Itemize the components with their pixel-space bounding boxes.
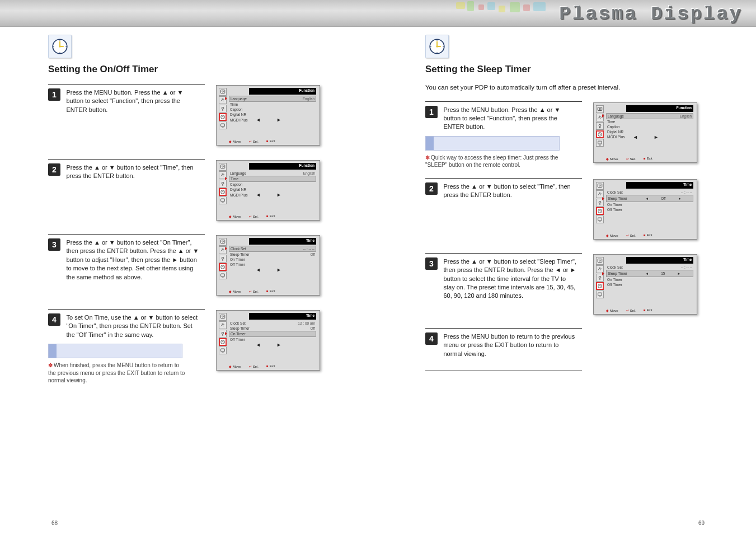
svg-point-20 (222, 257, 224, 259)
left-arrow-icon: ◄ (645, 271, 649, 275)
osd-footer-hint: ◆Move (229, 364, 241, 368)
osd-tab-column (596, 105, 604, 147)
osd-row-label: Language (231, 97, 247, 101)
osd-menu: Clock Set-- : -- --Sleep TimerOffOn Time… (229, 246, 316, 268)
osd-row-label: Language (230, 171, 246, 175)
osd-footer-hint: ◆Move (229, 214, 241, 218)
osd-menu-row: Caption (229, 182, 316, 187)
osd-menu-row: Clock Set-- : -- -- (606, 265, 693, 270)
setup-icon (596, 291, 604, 298)
step-note: ✽When finished, press the MENU button to… (48, 362, 188, 385)
channel-icon (219, 180, 227, 188)
osd-footer-hint: ↵Sel. (249, 139, 259, 143)
osd-row-label: Clock Set (231, 247, 246, 251)
osd-title: Time (626, 257, 693, 264)
osd-footer: ◆Move↵Sel.■Exit (606, 233, 693, 237)
osd-title: Function (249, 163, 316, 170)
picture-icon (219, 313, 227, 321)
osd-title: Function (249, 88, 316, 95)
step-instruction: To set On Time, use the ▲ or ▼ button to… (66, 313, 200, 339)
osd-row-label: Time (230, 102, 238, 106)
setup-icon (219, 121, 227, 129)
osd-footer-hint: ◆Move (229, 139, 241, 143)
left-arrow-icon: ◄ (256, 117, 261, 123)
osd-footer: ◆Move↵Sel.■Exit (229, 364, 316, 368)
osd-footer-hint: ◆Move (606, 157, 618, 161)
step-instruction: Press the ▲ or ▼ button to select "Time"… (66, 163, 200, 181)
step-number: 2 (425, 182, 438, 195)
step-number: 4 (48, 313, 60, 326)
svg-point-14 (222, 166, 224, 167)
osd-menu-row: LanguageEnglish (229, 96, 316, 102)
step-row: 2 Press the ▲ or ▼ button to select "Tim… (425, 182, 755, 244)
osd-row-label: Time (231, 177, 238, 181)
picture-icon (596, 105, 604, 113)
svg-rect-36 (598, 107, 602, 110)
step-row: 2 Press the ▲ or ▼ button to select "Tim… (48, 163, 378, 225)
osd-row-label: Off Timer (607, 283, 622, 287)
svg-point-9 (222, 91, 224, 92)
osd-menu: Clock Set-- : -- --Sleep Timer◄Off►On Ti… (606, 190, 693, 213)
osd-left-right-nav: ◄► (633, 134, 659, 140)
osd-menu-row: Time (229, 102, 316, 107)
osd-menu-row: Clock Set-- : -- -- (229, 246, 316, 252)
svg-rect-8 (220, 90, 225, 93)
step-row: 1 Press the MENU button. Press the ▲ or … (425, 106, 755, 169)
osd-footer-hint: ◆Move (606, 308, 618, 312)
svg-rect-17 (221, 199, 225, 202)
page-number-right: 69 (698, 520, 705, 526)
osd-menu-row: Time (229, 176, 316, 182)
osd-menu-row: Clock Set12 : 00 am (229, 321, 316, 326)
osd-row-value: Off (310, 326, 315, 330)
svg-point-42 (599, 185, 601, 186)
osd-footer-hint: ↵Sel. (249, 364, 259, 368)
right-heading: Setting the Sleep Timer (425, 64, 755, 75)
osd-footer-hint: ■Exit (644, 233, 652, 237)
osd-row-label: On Timer (607, 203, 622, 207)
osd-row-value: English (303, 97, 314, 101)
osd-footer: ◆Move↵Sel.■Exit (229, 139, 316, 143)
osd-menu-row: On Timer (606, 202, 693, 207)
right-arrow-icon: ► (654, 134, 659, 140)
left-arrow-icon: ◄ (633, 134, 638, 140)
osd-row-label: Off Timer (230, 263, 245, 266)
svg-point-43 (599, 201, 601, 203)
osd-footer-hint: ■Exit (266, 139, 275, 143)
osd-screenshot: Time Clock Set-- : -- --Sleep Timer◄15►O… (593, 254, 697, 315)
step-number: 3 (48, 238, 60, 251)
osd-footer-hint: ■Exit (644, 157, 652, 161)
time-icon (219, 188, 227, 196)
svg-rect-50 (598, 293, 602, 296)
left-arrow-icon: ◄ (256, 267, 261, 273)
step-row: 4 Press the MENU button to return to the… (425, 332, 755, 371)
osd-row-label: Sleep Timer (608, 271, 627, 275)
osd-footer: ◆Move↵Sel.■Exit (606, 308, 693, 312)
osd-footer-hint: ■Exit (266, 214, 275, 218)
osd-row-label: MGDI Plus (230, 193, 247, 197)
osd-left-right-nav: ◄► (256, 192, 281, 198)
osd-row-value: English (303, 171, 315, 175)
osd-row-label: Off Timer (607, 208, 622, 212)
osd-footer-hint: ◆Move (229, 289, 241, 293)
osd-row-value: -- : -- -- (681, 265, 692, 269)
osd-footer: ◆Move↵Sel.■Exit (229, 214, 316, 218)
osd-footer-hint: ■Exit (266, 289, 275, 293)
step-instruction: Press the ▲ or ▼ button to select "Time"… (443, 182, 577, 200)
setup-icon (219, 346, 227, 354)
osd-screenshot: Function LanguageEnglishTimeCaptionDigit… (593, 102, 697, 163)
osd-screenshot: Function LanguageEnglishTimeCaptionDigit… (216, 160, 320, 221)
highlight-callout (425, 136, 560, 151)
osd-row-label: MGDI Plus (230, 118, 247, 122)
osd-tab-column (219, 238, 227, 280)
osd-row-label: Time (607, 120, 615, 124)
step-instruction: Press the ▲ or ▼ button to select "On Ti… (66, 238, 200, 282)
left-heading: Setting the On/Off Timer (48, 64, 378, 75)
osd-footer: ◆Move↵Sel.■Exit (229, 289, 316, 293)
picture-icon (596, 182, 604, 190)
osd-row-label: On Timer (231, 332, 246, 336)
svg-rect-45 (598, 218, 602, 221)
osd-row-label: Sleep Timer (230, 326, 250, 330)
osd-tab-column (596, 182, 604, 224)
osd-row-value: Off (661, 196, 666, 200)
osd-title: Time (249, 313, 316, 320)
